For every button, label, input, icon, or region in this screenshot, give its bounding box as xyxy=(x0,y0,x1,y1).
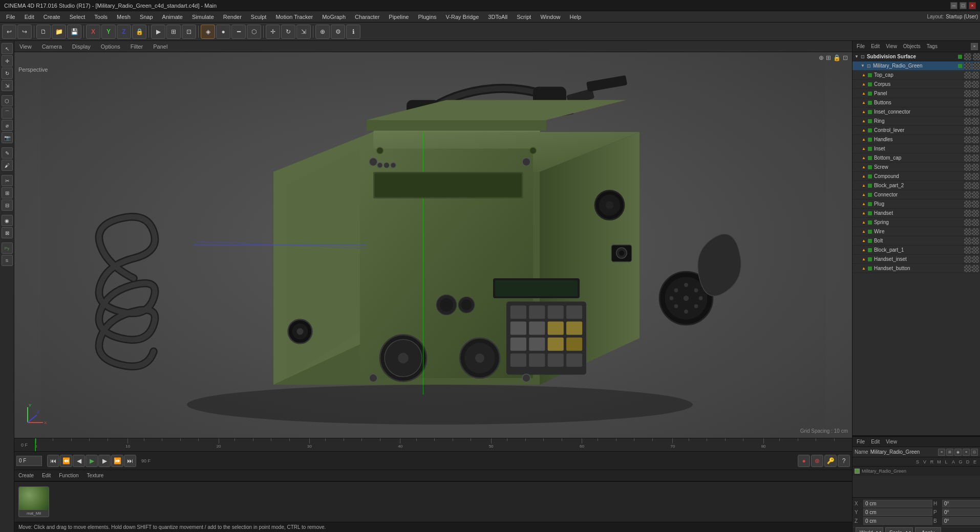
viewport-tab-options[interactable]: Options xyxy=(99,42,122,51)
obj-panel-tab-edit[interactable]: Edit xyxy=(869,42,882,50)
object-list-item-18[interactable]: ▲Bolt xyxy=(853,236,980,246)
coord-y-input[interactable] xyxy=(863,508,932,516)
settings-button[interactable]: ⚙ xyxy=(331,25,345,39)
edge-mode-button[interactable]: ━ xyxy=(231,25,246,39)
x-axis-button[interactable]: X xyxy=(86,25,100,39)
bridge-tool[interactable]: ⊟ xyxy=(2,199,13,211)
viewport-tab-filter[interactable]: Filter xyxy=(129,42,145,51)
obj-panel-tab-objects[interactable]: Objects xyxy=(901,42,923,50)
coord-p-input[interactable] xyxy=(942,508,980,516)
python-tool[interactable]: Py xyxy=(2,242,13,254)
lock-button[interactable]: 🔒 xyxy=(132,25,146,39)
scale-dropdown[interactable]: Scale xyxy=(885,527,913,532)
move-tool-left[interactable]: ✛ xyxy=(2,55,13,66)
name-icon-5[interactable]: ⊡ xyxy=(971,449,978,456)
maximize-button[interactable]: □ xyxy=(960,2,967,9)
menu-help[interactable]: Help xyxy=(566,13,586,21)
go-to-next-key-button[interactable]: ⏩ xyxy=(111,455,123,467)
object-list-item-11[interactable]: ▲Compound xyxy=(853,172,980,181)
object-list-item-3[interactable]: ▲Buttons xyxy=(853,98,980,107)
go-to-start-button[interactable]: ⏮ xyxy=(47,455,59,467)
object-list-item-7[interactable]: ▲Handles xyxy=(853,135,980,144)
lock-view-icon[interactable]: 🔒 xyxy=(833,54,841,61)
coord-z-input[interactable] xyxy=(863,517,932,525)
menu-plugins[interactable]: Plugins xyxy=(414,13,440,21)
render-region-button[interactable]: ⊞ xyxy=(166,25,181,39)
scale-tool-button[interactable]: ⇲ xyxy=(296,25,311,39)
rbot-tab-edit[interactable]: Edit xyxy=(869,438,882,446)
menu-motion-tracker[interactable]: Motion Tracker xyxy=(271,13,317,21)
z-axis-button[interactable]: Z xyxy=(117,25,131,39)
brush-tool[interactable]: 🖌 xyxy=(2,160,13,171)
menu-sculpt[interactable]: Sculpt xyxy=(247,13,271,21)
menu-vray[interactable]: V-Ray Bridge xyxy=(442,13,483,21)
menu-script[interactable]: Script xyxy=(513,13,535,21)
texture-tool[interactable]: ⊠ xyxy=(2,227,13,238)
coord-x-input[interactable] xyxy=(863,500,932,507)
mat-tab-create[interactable]: Create xyxy=(16,472,36,479)
viewport-tab-view[interactable]: View xyxy=(17,42,34,51)
menu-window[interactable]: Window xyxy=(536,13,564,21)
object-list-item-21[interactable]: ▲Handset_button xyxy=(853,264,980,273)
object-list-item-12[interactable]: ▲Block_part_2 xyxy=(853,181,980,190)
object-list-item-2[interactable]: ▲Panel xyxy=(853,89,980,98)
current-frame-input[interactable] xyxy=(16,456,42,466)
plugin-tool[interactable]: S xyxy=(2,255,13,266)
maximise-icon[interactable]: ⊡ xyxy=(843,54,848,61)
scale-tool-left[interactable]: ⇲ xyxy=(2,80,13,91)
apply-button[interactable]: Apply xyxy=(915,527,941,532)
play-button[interactable]: ▶ xyxy=(86,455,98,467)
object-list-item-1[interactable]: ▲Corpus xyxy=(853,80,980,89)
rbot-tab-view[interactable]: View xyxy=(884,438,899,446)
record-button[interactable]: ● xyxy=(798,455,810,467)
open-button[interactable]: 📁 xyxy=(52,25,66,39)
object-list-item-14[interactable]: ▲Plug xyxy=(853,199,980,209)
texture-mode-button[interactable]: ◈ xyxy=(201,25,215,39)
coord-b-input[interactable] xyxy=(942,517,980,525)
spline-tool[interactable]: ⌒ xyxy=(2,107,13,119)
go-to-prev-frame-button[interactable]: ◀ xyxy=(73,455,85,467)
key-all-button[interactable]: 🔑 xyxy=(824,455,837,467)
obj-panel-close-icon[interactable]: × xyxy=(971,43,978,50)
loop-cut-tool[interactable]: ⊞ xyxy=(2,187,13,198)
undo-button[interactable]: ↩ xyxy=(2,25,16,39)
rbot-tab-file[interactable]: File xyxy=(855,438,867,446)
menu-select[interactable]: Select xyxy=(66,13,90,21)
object-list-item-17[interactable]: ▲Wire xyxy=(853,227,980,236)
object-list-item-6[interactable]: ▲Control_lever xyxy=(853,126,980,135)
root-object-item[interactable]: ▼ ⊡ Military_Radio_Green xyxy=(853,61,980,71)
menu-character[interactable]: Character xyxy=(351,13,384,21)
name-icon-4[interactable]: ≡ xyxy=(963,449,970,456)
material-tool[interactable]: ◉ xyxy=(2,215,13,226)
object-list[interactable]: ▲Top_cap▲Corpus▲Panel▲Buttons▲Inset_conn… xyxy=(853,71,980,435)
knife-tool[interactable]: ✂ xyxy=(2,175,13,186)
object-list-item-15[interactable]: ▲Handset xyxy=(853,209,980,218)
rotate-tool-button[interactable]: ↻ xyxy=(281,25,295,39)
fit-all-icon[interactable]: ⊕ xyxy=(819,54,824,61)
obj-panel-tab-tags[interactable]: Tags xyxy=(925,42,940,50)
poly-mode-button[interactable]: ⬡ xyxy=(247,25,261,39)
viewport-tab-camera[interactable]: Camera xyxy=(40,42,64,51)
camera-tool[interactable]: 📷 xyxy=(2,132,13,143)
object-list-item-4[interactable]: ▲Inset_connector xyxy=(853,107,980,117)
y-axis-button[interactable]: Y xyxy=(101,25,116,39)
go-to-prev-key-button[interactable]: ⏪ xyxy=(60,455,72,467)
object-list-item-13[interactable]: ▲Connector xyxy=(853,190,980,199)
menu-mograph[interactable]: MoGraph xyxy=(318,13,350,21)
world-dropdown[interactable]: World xyxy=(856,527,883,532)
info-button[interactable]: ℹ xyxy=(346,25,360,39)
object-list-item-5[interactable]: ▲Ring xyxy=(853,117,980,126)
render-active-button[interactable]: ⊡ xyxy=(182,25,196,39)
deformer-tool[interactable]: ⌀ xyxy=(2,120,13,131)
menu-pipeline[interactable]: Pipeline xyxy=(385,13,413,21)
menu-edit[interactable]: Edit xyxy=(20,13,38,21)
name-icon-1[interactable]: ≡ xyxy=(938,449,945,456)
menu-3dtoall[interactable]: 3DToAll xyxy=(484,13,512,21)
mat-tab-texture[interactable]: Texture xyxy=(85,472,106,479)
go-to-next-frame-button[interactable]: ▶ xyxy=(98,455,111,467)
mat-tab-function[interactable]: Function xyxy=(57,472,80,479)
polygon-tool[interactable]: ⬡ xyxy=(2,95,13,106)
menu-render[interactable]: Render xyxy=(219,13,246,21)
fit-select-icon[interactable]: ⊞ xyxy=(826,54,831,61)
anim-settings-button[interactable]: ? xyxy=(838,455,850,467)
